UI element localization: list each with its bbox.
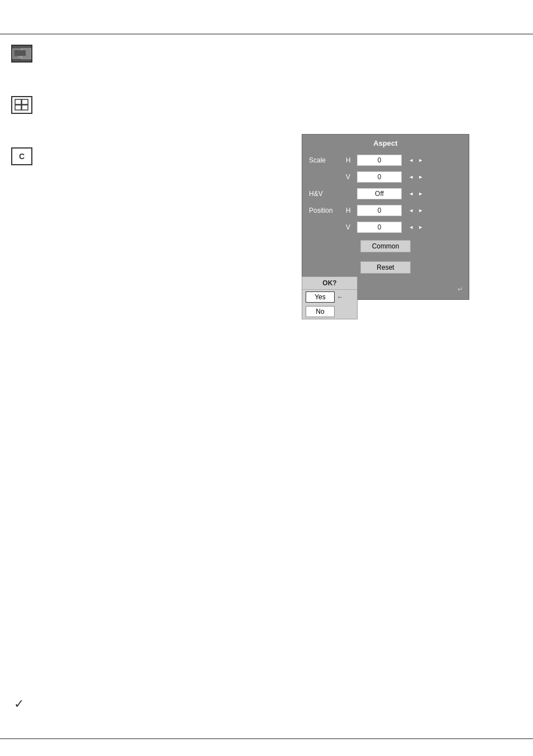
svg-rect-1: [22, 99, 28, 104]
svg-rect-2: [15, 105, 21, 110]
hv-left-arrow[interactable]: ◄: [407, 189, 416, 198]
ok-dialog-title: OK?: [302, 277, 357, 290]
position-v-right-arrow[interactable]: ►: [416, 223, 425, 232]
position-label: Position: [309, 207, 342, 214]
scale-v-row: V 0 ◄ ►: [302, 169, 469, 185]
left-icons: C: [11, 45, 32, 165]
scale-v-sublabel: V: [346, 173, 354, 181]
ok-dialog: OK? Yes ← No: [302, 276, 358, 319]
aspect-panel: Aspect Scale H 0 ◄ ► V 0 ◄ ► H&V Off ◄ ►…: [302, 134, 469, 300]
aspect-return-symbol: ↵: [458, 285, 463, 293]
common-row: Common: [302, 236, 469, 257]
svg-rect-3: [22, 105, 28, 110]
aspect-title: Aspect: [302, 135, 469, 152]
scale-h-left-arrow[interactable]: ◄: [407, 156, 416, 165]
scale-v-arrows: ◄ ►: [407, 173, 425, 181]
scale-h-value: 0: [357, 155, 402, 166]
position-v-arrows: ◄ ►: [407, 223, 425, 232]
scale-v-value: 0: [357, 171, 402, 183]
position-h-left-arrow[interactable]: ◄: [407, 206, 416, 215]
c-icon[interactable]: C: [11, 147, 32, 165]
hv-value: Off: [357, 188, 402, 199]
scale-v-left-arrow[interactable]: ◄: [407, 173, 416, 181]
position-h-value: 0: [357, 205, 402, 216]
scale-h-arrows: ◄ ►: [407, 156, 425, 165]
no-button[interactable]: No: [306, 306, 335, 317]
yes-row: Yes ←: [302, 290, 357, 304]
common-button[interactable]: Common: [360, 240, 411, 252]
scale-h-row: Scale H 0 ◄ ►: [302, 152, 469, 169]
position-v-value: 0: [357, 222, 402, 233]
top-border: [0, 34, 533, 35]
scale-v-right-arrow[interactable]: ►: [416, 173, 425, 181]
hv-right-arrow[interactable]: ►: [416, 189, 425, 198]
position-v-row: V 0 ◄ ►: [302, 219, 469, 236]
reset-row: Reset: [302, 257, 469, 279]
hv-arrows: ◄ ►: [407, 189, 425, 198]
checkmark-icon: ✓: [14, 697, 24, 711]
position-h-arrows: ◄ ►: [407, 206, 425, 215]
position-v-sublabel: V: [346, 223, 354, 231]
hv-label: H&V: [309, 190, 342, 198]
scale-h-right-arrow[interactable]: ►: [416, 156, 425, 165]
yes-button[interactable]: Yes: [306, 291, 335, 303]
screen-icon[interactable]: [11, 45, 32, 63]
scale-label: Scale: [309, 156, 342, 164]
position-v-left-arrow[interactable]: ◄: [407, 223, 416, 232]
position-h-row: Position H 0 ◄ ►: [302, 202, 469, 219]
hv-row: H&V Off ◄ ►: [302, 185, 469, 202]
svg-rect-0: [15, 99, 21, 104]
position-h-right-arrow[interactable]: ►: [416, 206, 425, 215]
bottom-border: [0, 738, 533, 739]
no-row: No: [302, 304, 357, 319]
scale-h-sublabel: H: [346, 156, 354, 164]
yes-arrow: ←: [337, 293, 344, 301]
reset-button[interactable]: Reset: [360, 261, 411, 274]
grid-icon[interactable]: [11, 96, 32, 114]
position-h-sublabel: H: [346, 207, 354, 214]
